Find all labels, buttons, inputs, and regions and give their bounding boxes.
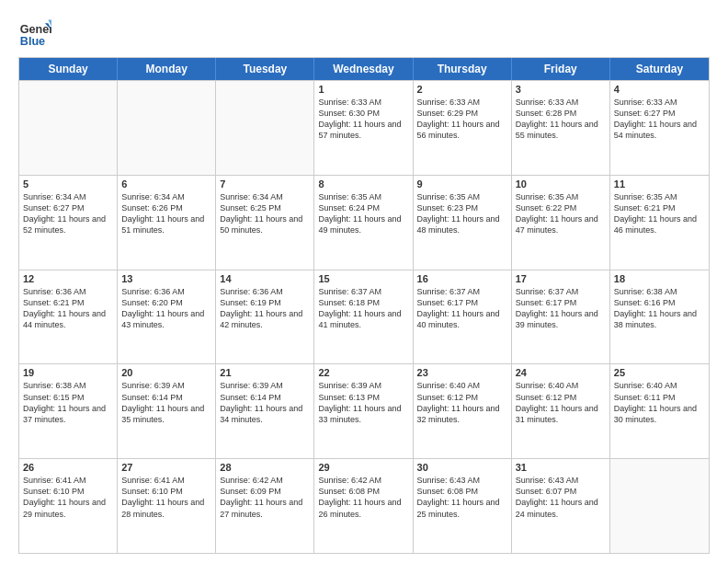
page: General Blue SundayMondayTuesdayWednesda… xyxy=(0,0,728,563)
day-number: 23 xyxy=(417,367,507,378)
day-number: 6 xyxy=(121,178,211,190)
day-number: 3 xyxy=(516,84,606,95)
calendar-cell-day-25: 25Sunrise: 6:40 AM Sunset: 6:11 PM Dayli… xyxy=(610,364,709,458)
day-info: Sunrise: 6:42 AM Sunset: 6:09 PM Dayligh… xyxy=(220,475,310,520)
day-number: 13 xyxy=(121,273,211,284)
calendar-cell-day-28: 28Sunrise: 6:42 AM Sunset: 6:09 PM Dayli… xyxy=(216,459,314,553)
calendar-cell-day-14: 14Sunrise: 6:36 AM Sunset: 6:19 PM Dayli… xyxy=(216,270,314,364)
calendar-cell-day-4: 4Sunrise: 6:33 AM Sunset: 6:27 PM Daylig… xyxy=(610,81,709,175)
day-number: 25 xyxy=(614,367,705,378)
day-info: Sunrise: 6:40 AM Sunset: 6:12 PM Dayligh… xyxy=(516,380,606,425)
day-number: 20 xyxy=(121,367,211,378)
day-number: 11 xyxy=(614,178,705,190)
day-info: Sunrise: 6:37 AM Sunset: 6:18 PM Dayligh… xyxy=(318,286,408,331)
weekday-header-thursday: Thursday xyxy=(414,58,512,80)
weekday-header-saturday: Saturday xyxy=(610,58,709,80)
calendar-cell-day-7: 7Sunrise: 6:34 AM Sunset: 6:25 PM Daylig… xyxy=(216,176,314,270)
calendar-cell-day-10: 10Sunrise: 6:35 AM Sunset: 6:22 PM Dayli… xyxy=(512,176,610,270)
weekday-header-sunday: Sunday xyxy=(19,58,118,80)
day-number: 16 xyxy=(417,273,507,284)
calendar-cell-day-8: 8Sunrise: 6:35 AM Sunset: 6:24 PM Daylig… xyxy=(314,176,413,270)
day-info: Sunrise: 6:35 AM Sunset: 6:24 PM Dayligh… xyxy=(318,191,408,236)
day-number: 4 xyxy=(614,84,705,95)
calendar-cell-day-29: 29Sunrise: 6:42 AM Sunset: 6:08 PM Dayli… xyxy=(314,459,413,553)
weekday-header-friday: Friday xyxy=(512,58,610,80)
day-info: Sunrise: 6:39 AM Sunset: 6:14 PM Dayligh… xyxy=(220,380,310,425)
day-number: 31 xyxy=(516,462,606,473)
calendar-cell-day-24: 24Sunrise: 6:40 AM Sunset: 6:12 PM Dayli… xyxy=(512,364,610,458)
day-info: Sunrise: 6:34 AM Sunset: 6:25 PM Dayligh… xyxy=(220,191,310,236)
day-info: Sunrise: 6:36 AM Sunset: 6:21 PM Dayligh… xyxy=(23,286,113,331)
calendar-cell-day-23: 23Sunrise: 6:40 AM Sunset: 6:12 PM Dayli… xyxy=(414,364,512,458)
logo: General Blue xyxy=(18,17,51,50)
calendar-cell-day-30: 30Sunrise: 6:43 AM Sunset: 6:08 PM Dayli… xyxy=(414,459,512,553)
calendar-cell-day-1: 1Sunrise: 6:33 AM Sunset: 6:30 PM Daylig… xyxy=(314,81,413,175)
day-info: Sunrise: 6:40 AM Sunset: 6:11 PM Dayligh… xyxy=(614,380,705,425)
day-number: 28 xyxy=(220,462,310,473)
day-info: Sunrise: 6:39 AM Sunset: 6:14 PM Dayligh… xyxy=(121,380,211,425)
calendar-row-0: 1Sunrise: 6:33 AM Sunset: 6:30 PM Daylig… xyxy=(19,80,709,175)
day-info: Sunrise: 6:42 AM Sunset: 6:08 PM Dayligh… xyxy=(318,475,408,520)
calendar-cell-day-13: 13Sunrise: 6:36 AM Sunset: 6:20 PM Dayli… xyxy=(118,270,216,364)
calendar-cell-day-5: 5Sunrise: 6:34 AM Sunset: 6:27 PM Daylig… xyxy=(19,176,118,270)
calendar-cell-day-6: 6Sunrise: 6:34 AM Sunset: 6:26 PM Daylig… xyxy=(118,176,216,270)
day-info: Sunrise: 6:35 AM Sunset: 6:22 PM Dayligh… xyxy=(516,191,606,236)
day-number: 12 xyxy=(23,273,113,284)
calendar-cell-day-17: 17Sunrise: 6:37 AM Sunset: 6:17 PM Dayli… xyxy=(512,270,610,364)
day-number: 1 xyxy=(318,84,408,95)
day-info: Sunrise: 6:37 AM Sunset: 6:17 PM Dayligh… xyxy=(516,286,606,331)
day-info: Sunrise: 6:38 AM Sunset: 6:16 PM Dayligh… xyxy=(614,286,705,331)
day-info: Sunrise: 6:36 AM Sunset: 6:19 PM Dayligh… xyxy=(220,286,310,331)
day-info: Sunrise: 6:33 AM Sunset: 6:27 PM Dayligh… xyxy=(614,97,705,142)
calendar-cell-empty xyxy=(610,459,709,553)
day-number: 7 xyxy=(220,178,310,190)
day-info: Sunrise: 6:33 AM Sunset: 6:28 PM Dayligh… xyxy=(516,97,606,142)
day-number: 24 xyxy=(516,367,606,378)
day-number: 21 xyxy=(220,367,310,378)
day-info: Sunrise: 6:43 AM Sunset: 6:07 PM Dayligh… xyxy=(516,475,606,520)
day-number: 14 xyxy=(220,273,310,284)
calendar-row-3: 19Sunrise: 6:38 AM Sunset: 6:15 PM Dayli… xyxy=(19,363,709,458)
calendar-cell-day-27: 27Sunrise: 6:41 AM Sunset: 6:10 PM Dayli… xyxy=(118,459,216,553)
weekday-header-wednesday: Wednesday xyxy=(314,58,413,80)
calendar-row-4: 26Sunrise: 6:41 AM Sunset: 6:10 PM Dayli… xyxy=(19,458,709,553)
calendar-cell-day-26: 26Sunrise: 6:41 AM Sunset: 6:10 PM Dayli… xyxy=(19,459,118,553)
day-number: 22 xyxy=(318,367,408,378)
calendar-cell-day-11: 11Sunrise: 6:35 AM Sunset: 6:21 PM Dayli… xyxy=(610,176,709,270)
day-info: Sunrise: 6:39 AM Sunset: 6:13 PM Dayligh… xyxy=(318,380,408,425)
day-info: Sunrise: 6:40 AM Sunset: 6:12 PM Dayligh… xyxy=(417,380,507,425)
calendar-cell-day-16: 16Sunrise: 6:37 AM Sunset: 6:17 PM Dayli… xyxy=(414,270,512,364)
day-number: 30 xyxy=(417,462,507,473)
day-info: Sunrise: 6:35 AM Sunset: 6:21 PM Dayligh… xyxy=(614,191,705,236)
day-number: 15 xyxy=(318,273,408,284)
day-number: 27 xyxy=(121,462,211,473)
calendar-cell-day-3: 3Sunrise: 6:33 AM Sunset: 6:28 PM Daylig… xyxy=(512,81,610,175)
calendar-body: 1Sunrise: 6:33 AM Sunset: 6:30 PM Daylig… xyxy=(19,80,709,553)
weekday-header-monday: Monday xyxy=(118,58,216,80)
day-number: 29 xyxy=(318,462,408,473)
day-number: 10 xyxy=(516,178,606,190)
calendar-cell-day-18: 18Sunrise: 6:38 AM Sunset: 6:16 PM Dayli… xyxy=(610,270,709,364)
day-info: Sunrise: 6:41 AM Sunset: 6:10 PM Dayligh… xyxy=(121,475,211,520)
day-info: Sunrise: 6:33 AM Sunset: 6:30 PM Dayligh… xyxy=(318,97,408,142)
calendar-cell-day-9: 9Sunrise: 6:35 AM Sunset: 6:23 PM Daylig… xyxy=(414,176,512,270)
calendar-cell-day-31: 31Sunrise: 6:43 AM Sunset: 6:07 PM Dayli… xyxy=(512,459,610,553)
day-info: Sunrise: 6:41 AM Sunset: 6:10 PM Dayligh… xyxy=(23,475,113,520)
calendar-header-row: SundayMondayTuesdayWednesdayThursdayFrid… xyxy=(19,58,709,80)
calendar-cell-empty xyxy=(19,81,118,175)
logo-icon: General Blue xyxy=(18,17,51,50)
calendar-cell-empty xyxy=(118,81,216,175)
day-number: 9 xyxy=(417,178,507,190)
header: General Blue xyxy=(18,17,710,50)
day-number: 26 xyxy=(23,462,113,473)
day-info: Sunrise: 6:34 AM Sunset: 6:26 PM Dayligh… xyxy=(121,191,211,236)
calendar-cell-day-19: 19Sunrise: 6:38 AM Sunset: 6:15 PM Dayli… xyxy=(19,364,118,458)
calendar-row-1: 5Sunrise: 6:34 AM Sunset: 6:27 PM Daylig… xyxy=(19,175,709,270)
day-info: Sunrise: 6:43 AM Sunset: 6:08 PM Dayligh… xyxy=(417,475,507,520)
day-number: 17 xyxy=(516,273,606,284)
calendar: SundayMondayTuesdayWednesdayThursdayFrid… xyxy=(18,57,710,554)
calendar-cell-day-12: 12Sunrise: 6:36 AM Sunset: 6:21 PM Dayli… xyxy=(19,270,118,364)
day-info: Sunrise: 6:37 AM Sunset: 6:17 PM Dayligh… xyxy=(417,286,507,331)
calendar-row-2: 12Sunrise: 6:36 AM Sunset: 6:21 PM Dayli… xyxy=(19,270,709,364)
day-info: Sunrise: 6:35 AM Sunset: 6:23 PM Dayligh… xyxy=(417,191,507,236)
